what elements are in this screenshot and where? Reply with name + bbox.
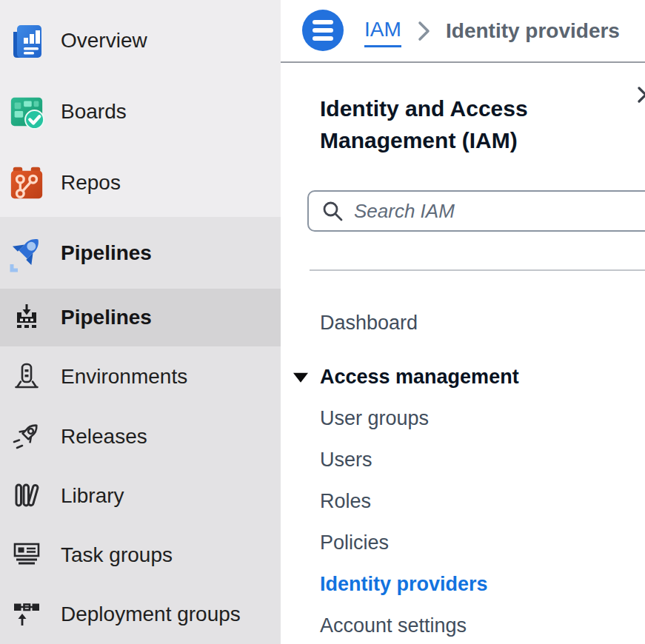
breadcrumb-iam-link[interactable]: IAM [364, 18, 401, 47]
sidebar-item-library[interactable]: Library [0, 466, 281, 526]
hamburger-icon [313, 20, 333, 24]
sidebar-item-repos[interactable]: Repos [0, 147, 281, 218]
environments-icon [6, 362, 47, 392]
devops-sidebar: Overview Boards [0, 0, 281, 644]
sidebar-item-task-groups[interactable]: Task groups [0, 526, 281, 585]
pipelines-build-icon [6, 303, 47, 332]
sidebar-item-label: Releases [61, 425, 147, 449]
breadcrumb-current: Identity providers [446, 19, 620, 43]
sidebar-pipelines-section: Pipelines [0, 217, 281, 644]
page-title: Identity and Access Management (IAM) [320, 93, 579, 156]
releases-icon [6, 421, 47, 452]
sidebar-item-label: Library [61, 484, 124, 508]
header-divider [281, 61, 645, 63]
nav-item-identity-providers[interactable]: Identity providers [281, 563, 645, 605]
sidebar-item-label: Repos [61, 171, 121, 195]
sidebar-item-label: Environments [61, 365, 187, 389]
search-icon [321, 200, 344, 222]
sidebar-item-label: Pipelines [61, 241, 152, 265]
nav-section-access-management[interactable]: Access management [281, 356, 645, 398]
pipelines-rocket-icon [6, 233, 47, 273]
iam-nav-list: Dashboard Access management User groups … [281, 302, 645, 644]
boards-icon [6, 93, 47, 130]
sidebar-item-label: Deployment groups [61, 603, 241, 626]
deployment-groups-icon [6, 600, 47, 629]
sidebar-item-pipelines[interactable]: Pipelines [0, 289, 281, 346]
nav-item-account-settings[interactable]: Account settings [281, 605, 645, 644]
sidebar-item-releases[interactable]: Releases [0, 407, 281, 466]
sidebar-item-label: Overview [61, 29, 147, 53]
close-icon[interactable] [638, 87, 645, 105]
sidebar-item-label: Pipelines [61, 306, 152, 329]
iam-nav-panel: IAM Identity providers Identity and Acce… [281, 0, 645, 644]
sidebar-item-label: Boards [61, 100, 127, 124]
sidebar-item-overview[interactable]: Overview [0, 5, 281, 76]
nav-item-dashboard[interactable]: Dashboard [281, 302, 645, 343]
sidebar-item-deployment-groups[interactable]: Deployment groups [0, 585, 281, 644]
repos-icon [6, 164, 47, 201]
overview-icon [6, 21, 47, 60]
nav-section-label: Access management [320, 366, 519, 389]
caret-down-icon [293, 373, 308, 383]
nav-item-users[interactable]: Users [281, 439, 645, 480]
search-box [307, 190, 645, 232]
nav-item-user-groups[interactable]: User groups [281, 398, 645, 439]
hamburger-menu-button[interactable] [302, 10, 344, 51]
sidebar-item-boards[interactable]: Boards [0, 76, 281, 147]
nav-item-policies[interactable]: Policies [281, 522, 645, 563]
nav-divider [310, 269, 645, 271]
sidebar-top-section: Overview Boards [0, 0, 281, 218]
sidebar-item-environments[interactable]: Environments [0, 346, 281, 407]
breadcrumb-chevron-icon [417, 20, 432, 45]
task-groups-icon [6, 540, 47, 570]
search-input[interactable] [354, 200, 606, 223]
library-icon [6, 481, 47, 511]
screen: Overview Boards [0, 0, 645, 644]
nav-item-roles[interactable]: Roles [281, 480, 645, 522]
sidebar-item-label: Task groups [61, 543, 173, 567]
sidebar-item-pipelines-hub[interactable]: Pipelines [0, 217, 281, 289]
